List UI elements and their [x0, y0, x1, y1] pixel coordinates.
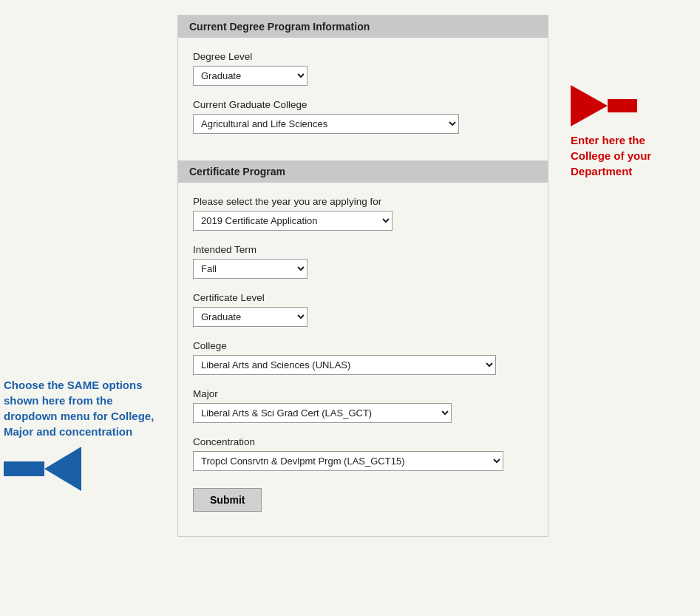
submit-button[interactable]: Submit — [193, 488, 262, 512]
college2-select[interactable]: Liberal Arts and Sciences (UNLAS) — [193, 355, 496, 375]
year-group: Please select the year you are applying … — [193, 196, 533, 231]
concentration-group: Concentration Tropcl Consrvtn & Devlpmt … — [193, 436, 533, 471]
section1-header: Current Degree Program Information — [178, 16, 548, 38]
current-graduate-college-label: Current Graduate College — [193, 99, 533, 110]
left-arrow-container — [4, 447, 163, 491]
college2-group: College Liberal Arts and Sciences (UNLAS… — [193, 340, 533, 375]
major-group: Major Liberal Arts & Sci Grad Cert (LAS_… — [193, 388, 533, 423]
right-annotation-text: Enter here the College of your Departmen… — [571, 132, 651, 179]
right-arrow-head — [571, 85, 608, 126]
major-select[interactable]: Liberal Arts & Sci Grad Cert (LAS_GCT) — [193, 403, 452, 423]
concentration-label: Concentration — [193, 436, 533, 447]
right-arrow-container — [571, 85, 637, 126]
concentration-select[interactable]: Tropcl Consrvtn & Devlpmt Prgm (LAS_GCT1… — [193, 451, 503, 471]
cert-level-label: Certificate Level — [193, 292, 533, 303]
degree-level-label: Degree Level — [193, 51, 533, 62]
form-card: Current Degree Program Information Degre… — [177, 15, 548, 537]
intended-term-select[interactable]: Fall — [193, 259, 307, 279]
major-label: Major — [193, 388, 533, 399]
year-select[interactable]: 2019 Certificate Application — [193, 211, 393, 231]
section2-body: Please select the year you are applying … — [178, 183, 548, 536]
current-graduate-college-group: Current Graduate College Agricultural an… — [193, 99, 533, 134]
current-graduate-college-select[interactable]: Agricultural and Life Sciences — [193, 114, 459, 134]
year-label: Please select the year you are applying … — [193, 196, 533, 207]
right-annotation-area: Enter here the College of your Departmen… — [563, 15, 700, 537]
left-annotation-text: Choose the SAME options shown here from … — [4, 377, 163, 439]
intended-term-label: Intended Term — [193, 244, 533, 255]
degree-level-select[interactable]: Graduate — [193, 66, 307, 86]
section1-body: Degree Level Graduate Current Graduate C… — [178, 38, 548, 160]
intended-term-group: Intended Term Fall — [193, 244, 533, 279]
main-form-area: Current Degree Program Information Degre… — [163, 15, 563, 537]
left-arrow-bar — [4, 461, 44, 476]
degree-level-group: Degree Level Graduate — [193, 51, 533, 86]
college2-label: College — [193, 340, 533, 351]
cert-level-select[interactable]: Graduate — [193, 307, 307, 327]
section2-header: Certificate Program — [178, 160, 548, 183]
left-arrow-head — [44, 447, 81, 491]
right-arrow-bar — [608, 99, 637, 112]
left-annotation-area: Choose the SAME options shown here from … — [0, 15, 163, 537]
cert-level-group: Certificate Level Graduate — [193, 292, 533, 327]
